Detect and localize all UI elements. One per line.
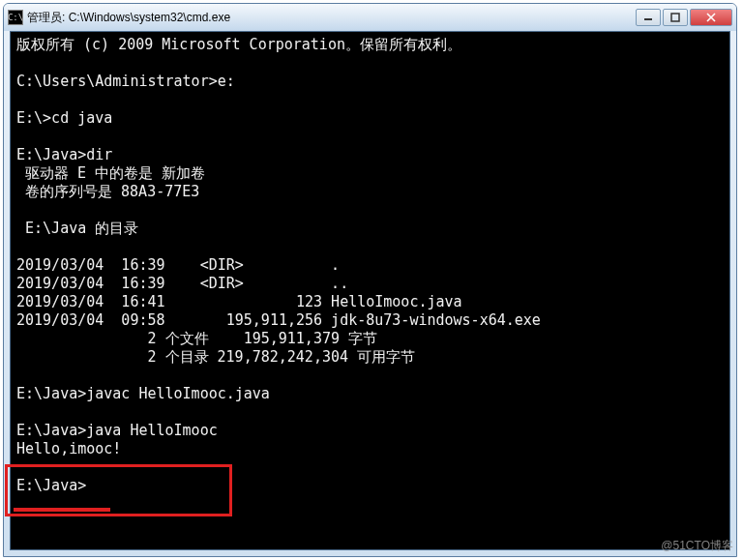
output-line	[16, 403, 724, 422]
close-button[interactable]	[690, 9, 732, 26]
output-line	[16, 91, 724, 109]
cmd-window: C:\ 管理员: C:\Windows\system32\cmd.exe 版权所…	[3, 3, 737, 557]
output-line: E:\Java>dir	[16, 146, 724, 164]
output-line	[16, 367, 724, 385]
svg-rect-1	[671, 14, 679, 21]
output-line: 版权所有 (c) 2009 Microsoft Corporation。保留所有…	[16, 36, 724, 54]
minimize-button[interactable]	[636, 9, 661, 26]
output-line: Hello,imooc!	[16, 440, 724, 458]
output-line: C:\Users\Administrator>e:	[16, 73, 724, 91]
window-title: 管理员: C:\Windows\system32\cmd.exe	[27, 10, 636, 26]
output-line: 2 个目录 219,782,242,304 可用字节	[16, 348, 724, 367]
output-line	[16, 238, 724, 256]
output-line: 驱动器 E 中的卷是 新加卷	[16, 164, 724, 183]
output-line: 2019/03/04 16:41 123 HelloImooc.java	[16, 293, 724, 311]
output-line: 2019/03/04 16:39 <DIR> .	[16, 256, 724, 275]
cmd-icon: C:\	[8, 10, 23, 25]
output-line: E:\Java>java HelloImooc	[16, 422, 724, 440]
output-line: E:\Java>	[16, 477, 724, 495]
output-line: E:\Java>javac HelloImooc.java	[16, 385, 724, 403]
console-output[interactable]: 版权所有 (c) 2009 Microsoft Corporation。保留所有…	[10, 31, 730, 550]
output-line	[16, 201, 724, 220]
annotation-underline	[14, 508, 110, 512]
output-line: 卷的序列号是 88A3-77E3	[16, 183, 724, 201]
output-line	[16, 458, 724, 477]
watermark: @51CTO博客	[661, 538, 733, 554]
output-line: 2019/03/04 09:58 195,911,256 jdk-8u73-wi…	[16, 311, 724, 330]
maximize-button[interactable]	[663, 9, 688, 26]
output-line: E:\>cd java	[16, 109, 724, 128]
output-line: 2019/03/04 16:39 <DIR> ..	[16, 275, 724, 293]
output-line: 2 个文件 195,911,379 字节	[16, 330, 724, 348]
output-line	[16, 54, 724, 73]
window-controls	[636, 9, 732, 26]
titlebar[interactable]: C:\ 管理员: C:\Windows\system32\cmd.exe	[4, 4, 736, 31]
output-line	[16, 128, 724, 146]
output-line: E:\Java 的目录	[16, 220, 724, 238]
